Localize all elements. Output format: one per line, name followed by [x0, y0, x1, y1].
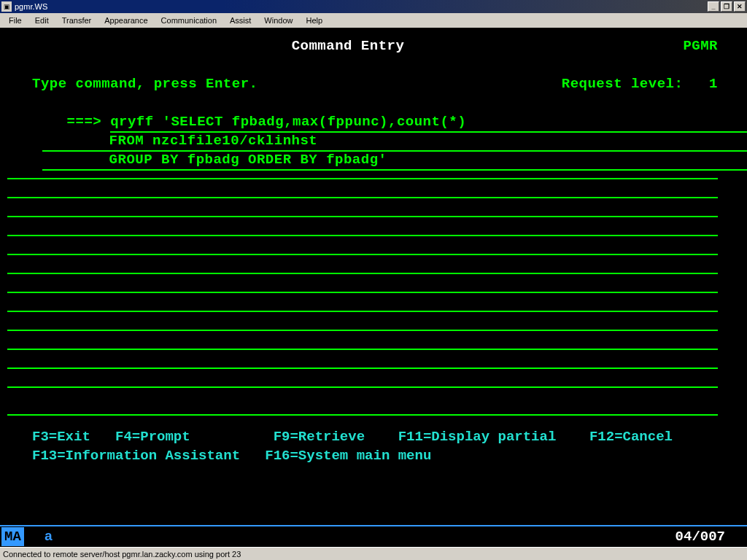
- input-line[interactable]: [7, 350, 718, 369]
- input-line[interactable]: [7, 274, 718, 293]
- screen-title: Command Entry: [95, 36, 601, 55]
- request-level-value: 1: [709, 76, 718, 92]
- menu-communication[interactable]: Communication: [155, 15, 222, 26]
- minimize-button[interactable]: _: [708, 1, 719, 12]
- terminal-screen[interactable]: Command Entry PGMR Request level: 1 Type…: [0, 28, 747, 547]
- command-line-2[interactable]: FROM nzclfile10/cklinhst: [42, 131, 747, 152]
- operator-information-area: MA a 04/007: [0, 525, 747, 547]
- command-line-1[interactable]: qryff 'SELECT fpbadg,max(fppunc),count(*…: [110, 112, 747, 133]
- input-line[interactable]: [7, 198, 718, 217]
- input-line[interactable]: [7, 236, 718, 255]
- oia-indicator: MA: [1, 527, 24, 546]
- maximize-button[interactable]: ❐: [721, 1, 732, 12]
- input-line[interactable]: [7, 217, 718, 236]
- menu-help[interactable]: Help: [300, 15, 328, 26]
- menubar: File Edit Transfer Appearance Communicat…: [0, 13, 747, 28]
- connection-status: Connected to remote server/host pgmr.lan…: [3, 550, 241, 559]
- oia-mode: a: [44, 529, 53, 545]
- close-button[interactable]: ✕: [734, 1, 746, 12]
- menu-transfer[interactable]: Transfer: [56, 15, 98, 26]
- input-line[interactable]: [7, 312, 718, 331]
- oia-cursor-position: 04/007: [676, 529, 725, 545]
- menu-assist[interactable]: Assist: [224, 15, 257, 26]
- window-title: pgmr.WS: [15, 2, 47, 11]
- command-continuation-area[interactable]: [0, 160, 747, 416]
- separator-line: [7, 397, 718, 416]
- menu-file[interactable]: File: [3, 15, 28, 26]
- request-level-label: Request level:: [562, 76, 684, 92]
- screen-user: PGMR: [601, 36, 747, 55]
- input-line[interactable]: [7, 179, 718, 198]
- command-prompt: ===>: [67, 114, 102, 130]
- statusbar: Connected to remote server/host pgmr.lan…: [0, 547, 747, 560]
- input-line[interactable]: [7, 255, 718, 274]
- function-keys: F3=Exit F4=Prompt F9=Retrieve F11=Displa…: [0, 427, 747, 465]
- fkeys-row-2: F13=Information Assistant F16=System mai…: [32, 446, 747, 465]
- fkeys-row-1: F3=Exit F4=Prompt F9=Retrieve F11=Displa…: [32, 427, 747, 446]
- input-line[interactable]: [7, 293, 718, 312]
- input-line[interactable]: [7, 369, 718, 388]
- menu-window[interactable]: Window: [258, 15, 298, 26]
- app-icon: ▣: [1, 1, 12, 12]
- input-line[interactable]: [7, 331, 718, 350]
- window-controls: _ ❐ ✕: [708, 1, 747, 12]
- command-line-3[interactable]: GROUP BY fpbadg ORDER BY fpbadg': [42, 150, 747, 171]
- window-titlebar: ▣ pgmr.WS _ ❐ ✕: [0, 0, 747, 13]
- menu-appearance[interactable]: Appearance: [98, 15, 153, 26]
- menu-edit[interactable]: Edit: [29, 15, 55, 26]
